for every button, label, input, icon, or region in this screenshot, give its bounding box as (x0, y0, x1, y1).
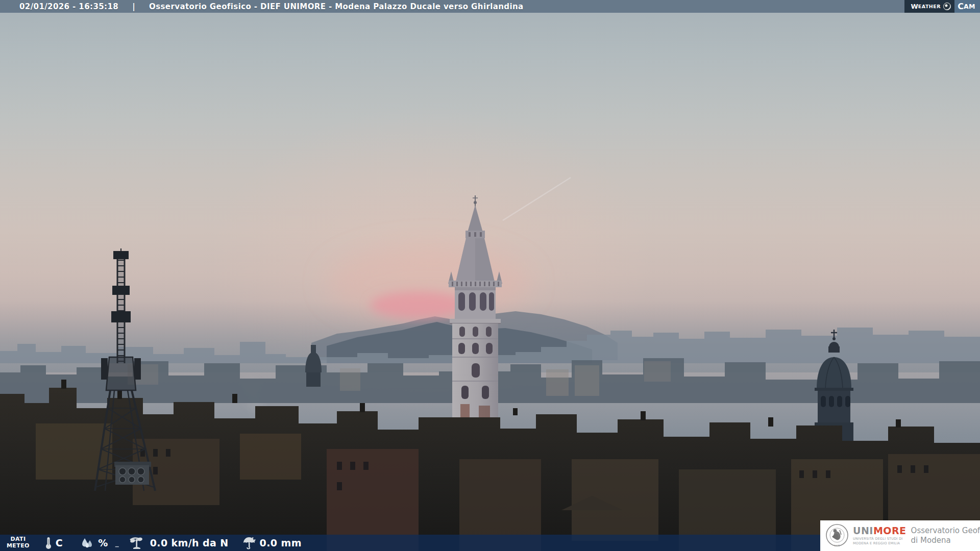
weather-rest: EATHER (918, 4, 941, 9)
hvac-unit (114, 462, 151, 485)
contrail (503, 178, 571, 220)
weathercam-logo-weather: W EATHER (904, 0, 954, 13)
rain-value: 0.0 mm (260, 537, 302, 548)
unimore-branding[interactable]: 1175 UNIMORE UNIVERSITÀ DEGLI STUDI DI M… (820, 520, 980, 551)
observatory-name: Osservatorio Geofisico di Modena (911, 526, 980, 546)
cam-initial: C (958, 2, 964, 11)
temperature-value: C (56, 537, 63, 548)
webcam-lens-icon (943, 3, 951, 10)
dati-meteo-label: DATI METEO (7, 536, 30, 549)
webcam-image (0, 0, 980, 551)
weather-initial: W (911, 3, 918, 10)
wind-icon (129, 536, 146, 550)
unimore-seal: 1175 (825, 523, 849, 548)
header-separator: | (132, 2, 135, 11)
rain-icon (242, 536, 256, 549)
ghirlandina-tower (448, 195, 502, 423)
wind-value: 0.0 km/h da N (150, 537, 229, 548)
header-bar: 02/01/2026 - 16:35:18 | Osservatorio Geo… (0, 0, 980, 13)
humidity-value: % (98, 537, 108, 548)
page-title: Osservatorio Geofisico - DIEF UNIMORE - … (149, 2, 524, 11)
missing-value-dash: _ (115, 539, 119, 547)
seal-year: 1175 (834, 544, 840, 547)
humidity-icon (80, 536, 94, 549)
webcam-viewer: 02/01/2026 - 16:35:18 | Osservatorio Geo… (0, 0, 980, 551)
thermometer-icon (45, 536, 52, 549)
unimore-uni: UNI (853, 525, 873, 536)
university-subtitle-line1: UNIVERSITÀ DEGLI STUDI DI (853, 537, 906, 541)
unimore-more: MORE (873, 525, 906, 536)
cam-rest: AM (964, 3, 975, 10)
weathercam-logo[interactable]: W EATHER C AM (904, 0, 980, 13)
university-subtitle-line2: MODENA E REGGIO EMILIA (853, 541, 906, 545)
weathercam-logo-cam: C AM (954, 0, 980, 13)
unimore-wordmark: UNIMORE UNIVERSITÀ DEGLI STUDI DI MODENA… (853, 526, 906, 545)
timestamp: 02/01/2026 - 16:35:18 (19, 2, 118, 11)
